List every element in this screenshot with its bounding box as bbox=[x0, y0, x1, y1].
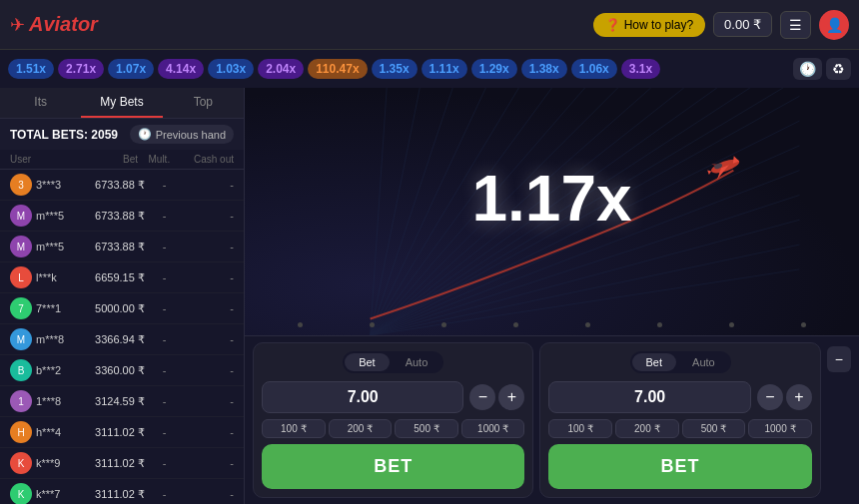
avatar: L bbox=[10, 266, 32, 288]
multiplier-bar: 1.51x 2.71x 1.07x 4.14x 1.03x 2.04x 110.… bbox=[0, 50, 859, 88]
bets-list: 3 3***3 6733.88 ₹ - - M m***5 6733.88 ₹ … bbox=[0, 170, 244, 504]
avatar: K bbox=[10, 452, 32, 474]
quick-amounts-1: 100 ₹ 200 ₹ 500 ₹ 1000 ₹ bbox=[262, 419, 524, 438]
betting-panels: Bet Auto 7.00 − + 100 ₹ 200 ₹ 500 ₹ 1000… bbox=[245, 335, 859, 504]
mult-badge[interactable]: 110.47x bbox=[308, 59, 367, 79]
table-row: B b***2 3360.00 ₹ - - bbox=[0, 355, 244, 386]
bet-mult: - bbox=[145, 457, 185, 469]
bet-cashout: - bbox=[185, 488, 235, 500]
bet-mult: - bbox=[145, 179, 185, 191]
refresh-icon[interactable]: ♻ bbox=[826, 58, 851, 80]
decrease-bet-2-button[interactable]: − bbox=[757, 384, 783, 410]
bet-mult: - bbox=[145, 364, 185, 376]
question-icon: ❓ bbox=[605, 18, 620, 32]
menu-button[interactable]: ☰ bbox=[780, 11, 811, 39]
axis-dot bbox=[513, 322, 518, 327]
increase-bet-1-button[interactable]: + bbox=[498, 384, 524, 410]
decrease-bet-1-button[interactable]: − bbox=[469, 384, 495, 410]
bets-label: TOTAL BETS: bbox=[10, 128, 88, 142]
user-name: h***4 bbox=[36, 426, 86, 438]
bet-amount-1[interactable]: 7.00 bbox=[262, 381, 463, 413]
main-layout: Its My Bets Top TOTAL BETS: 2059 🕐 Previ… bbox=[0, 88, 859, 504]
avatar: 1 bbox=[10, 390, 32, 412]
mult-badge[interactable]: 1.38x bbox=[521, 59, 567, 79]
bet-cashout: - bbox=[185, 333, 235, 345]
mult-badge[interactable]: 4.14x bbox=[158, 59, 204, 79]
axis-dot bbox=[370, 322, 375, 327]
table-row: M m***8 3366.94 ₹ - - bbox=[0, 324, 244, 355]
mult-badge[interactable]: 2.04x bbox=[258, 59, 304, 79]
mult-badge[interactable]: 1.07x bbox=[108, 59, 154, 79]
bet-input-row-2: 7.00 − + bbox=[548, 381, 811, 413]
axis-dots bbox=[245, 322, 859, 327]
quick-amt-200-2[interactable]: 200 ₹ bbox=[615, 419, 679, 438]
tab-its[interactable]: Its bbox=[0, 88, 81, 118]
col-cashout-header: Cash out bbox=[181, 154, 234, 165]
user-name: k***9 bbox=[36, 457, 86, 469]
bet-amount: 3111.02 ₹ bbox=[86, 457, 145, 470]
mult-badge[interactable]: 1.11x bbox=[422, 59, 467, 79]
bet-panel-1: Bet Auto 7.00 − + 100 ₹ 200 ₹ 500 ₹ 1000… bbox=[253, 342, 533, 498]
quick-amt-500-2[interactable]: 500 ₹ bbox=[682, 419, 746, 438]
avatar[interactable]: 👤 bbox=[819, 10, 849, 40]
table-row: 3 3***3 6733.88 ₹ - - bbox=[0, 170, 244, 201]
bet-button-1[interactable]: BET bbox=[262, 444, 524, 489]
user-name: b***2 bbox=[36, 364, 86, 376]
increase-bet-2-button[interactable]: + bbox=[786, 384, 812, 410]
how-to-play-button[interactable]: ❓ How to play? bbox=[593, 13, 705, 37]
bet-tab-1-bet[interactable]: Bet bbox=[345, 353, 390, 371]
bet-cashout: - bbox=[185, 271, 235, 283]
game-canvas: 1.17x bbox=[245, 88, 859, 335]
col-user-header: User bbox=[10, 154, 74, 165]
bet-amount: 3360.00 ₹ bbox=[86, 364, 145, 377]
bet-tab-2-auto[interactable]: Auto bbox=[678, 353, 729, 371]
user-name: 1***8 bbox=[36, 395, 86, 407]
mult-badge[interactable]: 1.51x bbox=[8, 59, 54, 79]
mult-badge[interactable]: 1.35x bbox=[372, 59, 418, 79]
mult-badge[interactable]: 2.71x bbox=[58, 59, 104, 79]
mult-badge[interactable]: 1.06x bbox=[571, 59, 617, 79]
mult-badge[interactable]: 1.03x bbox=[208, 59, 254, 79]
history-clock-icon[interactable]: 🕐 bbox=[793, 58, 822, 80]
avatar: 7 bbox=[10, 297, 32, 319]
bet-cashout: - bbox=[185, 179, 235, 191]
left-panel: Its My Bets Top TOTAL BETS: 2059 🕐 Previ… bbox=[0, 88, 245, 504]
table-row: 1 1***8 3124.59 ₹ - - bbox=[0, 386, 244, 417]
table-row: 7 7***1 5000.00 ₹ - - bbox=[0, 293, 244, 324]
bet-panel-2: Bet Auto 7.00 − + 100 ₹ 200 ₹ 500 ₹ 1000… bbox=[539, 342, 820, 498]
quick-amt-100-1[interactable]: 100 ₹ bbox=[262, 419, 326, 438]
table-row: K k***7 3111.02 ₹ - - bbox=[0, 479, 244, 504]
tab-top[interactable]: Top bbox=[163, 88, 244, 118]
table-row: M m***5 6733.88 ₹ - - bbox=[0, 201, 244, 232]
bets-count-value: 2059 bbox=[91, 128, 118, 142]
bet-controls-1: − + bbox=[469, 384, 524, 410]
bet-tab-2-bet[interactable]: Bet bbox=[632, 353, 677, 371]
bet-tab-1-auto[interactable]: Auto bbox=[392, 353, 442, 371]
bet-panel-2-tabs: Bet Auto bbox=[630, 351, 731, 373]
quick-amt-1000-2[interactable]: 1000 ₹ bbox=[748, 419, 812, 438]
tab-my-bets[interactable]: My Bets bbox=[81, 88, 162, 118]
logo: ✈ Aviator bbox=[10, 13, 98, 36]
previous-hand-button[interactable]: 🕐 Previous hand bbox=[130, 125, 234, 144]
bet-cashout: - bbox=[185, 457, 235, 469]
quick-amt-100-2[interactable]: 100 ₹ bbox=[548, 419, 612, 438]
user-name: l***k bbox=[36, 271, 86, 283]
user-name: k***7 bbox=[36, 488, 86, 500]
mult-badge[interactable]: 1.29x bbox=[471, 59, 517, 79]
bet-panel-1-tabs: Bet Auto bbox=[343, 351, 443, 373]
balance-display: 0.00 ₹ bbox=[713, 12, 772, 37]
quick-amt-200-1[interactable]: 200 ₹ bbox=[329, 419, 393, 438]
mult-badge[interactable]: 3.1x bbox=[621, 59, 660, 79]
bet-cashout: - bbox=[185, 364, 235, 376]
bet-mult: - bbox=[145, 333, 185, 345]
bet-cashout: - bbox=[185, 302, 235, 314]
bet-button-2[interactable]: BET bbox=[548, 444, 811, 489]
collapse-button[interactable]: − bbox=[827, 346, 851, 372]
table-row: M m***5 6733.88 ₹ - - bbox=[0, 232, 244, 262]
quick-amt-1000-1[interactable]: 1000 ₹ bbox=[461, 419, 525, 438]
bet-amount: 6659.15 ₹ bbox=[86, 271, 145, 284]
bets-header: TOTAL BETS: 2059 🕐 Previous hand bbox=[0, 119, 244, 150]
quick-amt-500-1[interactable]: 500 ₹ bbox=[395, 419, 458, 438]
header-right: ❓ How to play? 0.00 ₹ ☰ 👤 bbox=[593, 10, 849, 40]
bet-amount-2[interactable]: 7.00 bbox=[548, 381, 750, 413]
